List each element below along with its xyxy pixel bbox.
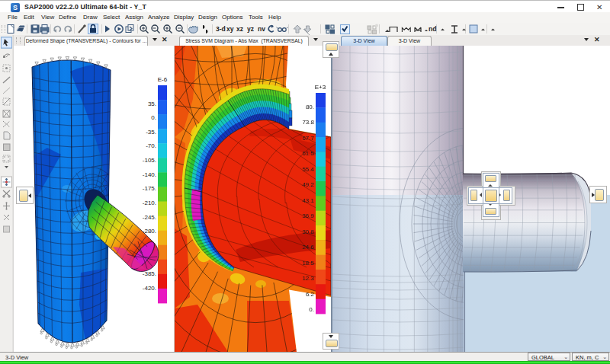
svg-text:55.4: 55.4 — [302, 166, 314, 173]
svg-text:nd: nd — [429, 25, 436, 33]
svg-text:E+3: E+3 — [315, 84, 326, 91]
svg-text:67.7: 67.7 — [302, 135, 314, 142]
svg-text:49.2: 49.2 — [302, 181, 314, 188]
svg-text:nv: nv — [258, 25, 265, 33]
svg-text:61.5: 61.5 — [302, 150, 314, 157]
svg-text:73.8: 73.8 — [302, 119, 314, 126]
svg-text:-245.: -245. — [143, 214, 156, 221]
svg-text:80.: 80. — [306, 104, 314, 110]
svg-text:18.5: 18.5 — [302, 260, 314, 267]
svg-text:36.9: 36.9 — [302, 212, 314, 219]
svg-text:E-6: E-6 — [158, 76, 168, 83]
svg-text:43.1: 43.1 — [302, 197, 314, 204]
svg-text:12.3: 12.3 — [302, 275, 314, 282]
svg-text:-420.: -420. — [143, 285, 156, 292]
svg-text:-140.: -140. — [143, 171, 156, 178]
svg-text:6.2: 6.2 — [306, 291, 315, 298]
svg-text:-385.: -385. — [143, 270, 156, 277]
svg-text:-210.: -210. — [143, 200, 156, 206]
svg-text:xz: xz — [236, 25, 243, 33]
svg-text:35.: 35. — [148, 101, 156, 107]
svg-text:-175.: -175. — [143, 185, 156, 192]
svg-text:-105.: -105. — [143, 157, 156, 164]
svg-text:yz: yz — [247, 25, 254, 33]
svg-text:24.6: 24.6 — [302, 244, 314, 251]
svg-text:xy: xy — [226, 25, 234, 33]
svg-text:0.: 0. — [151, 114, 156, 121]
svg-text:-35.: -35. — [146, 129, 156, 136]
svg-text:0.: 0. — [309, 306, 314, 313]
svg-text:-70.: -70. — [146, 142, 156, 149]
svg-text:3-d: 3-d — [216, 25, 226, 33]
svg-text:30.8: 30.8 — [302, 228, 314, 235]
